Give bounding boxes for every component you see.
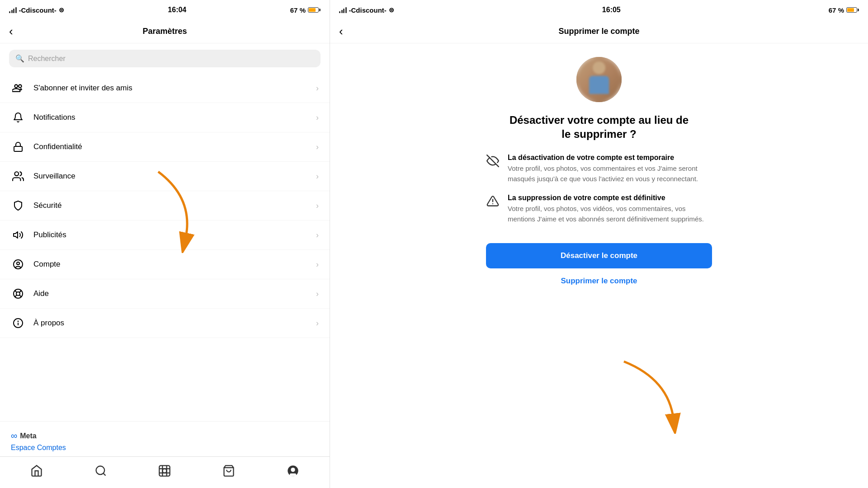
security-label: Sécurité — [33, 201, 316, 210]
svg-rect-0 — [14, 146, 22, 151]
warning-triangle-icon — [486, 195, 500, 210]
left-header: ‹ Paramètres — [0, 20, 330, 43]
right-content: Désactiver votre compte au lieu de le su… — [330, 43, 868, 488]
battery-pct-left: 67 % — [290, 6, 306, 14]
notifications-chevron: › — [316, 113, 319, 122]
nav-shop[interactable] — [218, 460, 240, 485]
bell-icon — [11, 110, 25, 125]
settings-item-account[interactable]: Compte › — [0, 250, 330, 279]
deactivate-info-text: La désactivation de votre compte est tem… — [508, 154, 712, 184]
settings-list: S'abonner et inviter des amis › Notifica… — [0, 74, 330, 421]
deactivate-info-desc: Votre profil, vos photos, vos commentair… — [508, 164, 712, 184]
help-chevron: › — [316, 289, 319, 299]
left-back-button[interactable]: ‹ — [9, 24, 13, 38]
battery-icon-right — [846, 7, 859, 13]
svg-point-15 — [18, 321, 19, 322]
profile-icon — [287, 465, 299, 480]
help-label: Aide — [33, 289, 316, 298]
svg-line-17 — [103, 473, 105, 475]
nav-reels[interactable] — [154, 460, 175, 485]
right-back-button[interactable]: ‹ — [339, 24, 343, 38]
shop-icon — [222, 465, 235, 480]
delete-info-text: La suppression de votre compte est défin… — [508, 194, 712, 224]
deactivate-question-title: Désactiver votre compte au lieu de le su… — [504, 113, 694, 141]
reels-icon — [158, 465, 171, 480]
svg-rect-18 — [160, 465, 170, 476]
left-header-title: Paramètres — [142, 27, 187, 36]
meta-footer: ∞ Meta Espace Comptes — [0, 421, 330, 456]
supervision-label: Surveillance — [33, 172, 316, 181]
svg-line-7 — [15, 291, 17, 292]
svg-point-26 — [291, 468, 295, 472]
svg-point-19 — [163, 469, 167, 473]
nav-home[interactable] — [26, 460, 47, 485]
person-circle-icon — [11, 257, 25, 272]
espace-comptes-link[interactable]: Espace Comptes — [11, 444, 66, 451]
right-header-title: Supprimer le compte — [558, 27, 639, 36]
right-status-right: 67 % — [829, 6, 859, 14]
svg-marker-2 — [14, 232, 18, 238]
meta-text: Meta — [20, 432, 36, 440]
settings-item-ads[interactable]: Publicités › — [0, 221, 330, 250]
home-icon — [30, 465, 43, 480]
follow-chevron: › — [316, 84, 319, 93]
nav-profile[interactable] — [282, 460, 304, 485]
svg-line-10 — [19, 291, 21, 293]
time-left: 16:04 — [168, 6, 186, 14]
nav-search[interactable] — [90, 460, 112, 485]
lifering-icon — [11, 286, 25, 301]
megaphone-icon — [11, 228, 25, 242]
carrier-left: -Cdiscount- — [19, 6, 57, 14]
settings-item-about[interactable]: À propos › — [0, 309, 330, 338]
meta-logo: ∞ Meta — [11, 431, 319, 441]
account-chevron: › — [316, 260, 319, 269]
settings-item-help[interactable]: Aide › — [0, 279, 330, 309]
time-right: 16:05 — [602, 6, 621, 14]
person-add-icon — [11, 81, 25, 95]
settings-item-security[interactable]: Sécurité › — [0, 191, 330, 221]
notifications-label: Notifications — [33, 113, 316, 122]
supervision-chevron: › — [316, 172, 319, 181]
lock-icon — [11, 140, 25, 154]
deactivate-button[interactable]: Désactiver le compte — [486, 243, 712, 268]
left-status-bar: -Cdiscount- ⊜ 16:04 67 % — [0, 0, 330, 20]
right-header: ‹ Supprimer le compte — [330, 20, 868, 43]
privacy-chevron: › — [316, 142, 319, 152]
ads-label: Publicités — [33, 230, 316, 239]
avatar — [576, 57, 622, 102]
right-status-bar: -Cdiscount- ⊜ 16:05 67 % — [330, 0, 868, 20]
svg-point-4 — [17, 262, 19, 265]
left-status-left: -Cdiscount- ⊜ — [9, 6, 64, 14]
people-icon — [11, 169, 25, 183]
settings-item-privacy[interactable]: Confidentialité › — [0, 132, 330, 162]
right-panel: -Cdiscount- ⊜ 16:05 67 % ‹ Supprimer le … — [330, 0, 868, 488]
search-placeholder: Rechercher — [28, 55, 66, 63]
settings-item-supervision[interactable]: Surveillance › — [0, 162, 330, 191]
eye-slash-icon — [486, 155, 500, 170]
right-status-left: -Cdiscount- ⊜ — [339, 6, 394, 14]
left-panel: -Cdiscount- ⊜ 16:04 67 % ‹ Paramètres 🔍 … — [0, 0, 330, 488]
delete-account-button[interactable]: Supprimer le compte — [561, 277, 637, 286]
svg-point-16 — [96, 466, 104, 475]
carrier-right: -Cdiscount- — [349, 6, 387, 14]
security-chevron: › — [316, 201, 319, 211]
settings-item-follow[interactable]: S'abonner et inviter des amis › — [0, 74, 330, 103]
deactivate-info-title: La désactivation de votre compte est tem… — [508, 154, 712, 162]
svg-point-1 — [14, 172, 19, 176]
shield-icon — [11, 198, 25, 213]
privacy-label: Confidentialité — [33, 142, 316, 151]
search-bar[interactable]: 🔍 Rechercher — [9, 50, 321, 67]
left-status-right: 67 % — [290, 6, 321, 14]
svg-line-8 — [19, 295, 21, 297]
ads-chevron: › — [316, 230, 319, 240]
bottom-nav — [0, 456, 330, 488]
signal-bars — [9, 7, 17, 13]
about-label: À propos — [33, 319, 316, 328]
settings-item-notifications[interactable]: Notifications › — [0, 103, 330, 132]
battery-icon-left — [308, 7, 321, 13]
meta-symbol: ∞ — [11, 431, 17, 441]
search-nav-icon — [94, 465, 107, 480]
wifi-icon-left: ⊜ — [59, 6, 64, 14]
right-signal-bars — [339, 7, 347, 13]
info-item-delete: La suppression de votre compte est défin… — [486, 194, 712, 224]
